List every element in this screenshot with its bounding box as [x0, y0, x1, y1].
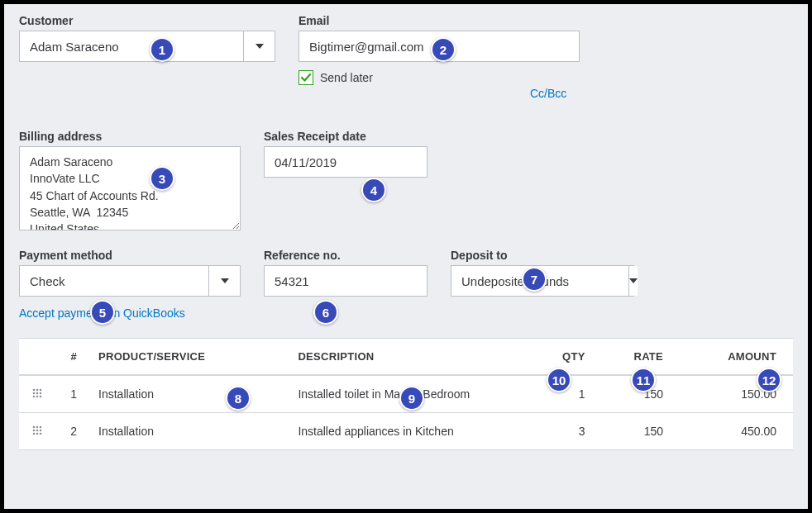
reference-no-field: Reference no.	[264, 249, 427, 297]
cc-bcc-link[interactable]: Cc/Bcc	[530, 87, 566, 100]
chevron-down-icon	[221, 278, 229, 283]
cell-amount[interactable]: 150.00	[671, 375, 793, 413]
send-later-checkbox[interactable]	[299, 70, 313, 85]
svg-point-3	[33, 392, 36, 395]
cell-description[interactable]: Installed appliances in Kitchen	[289, 413, 523, 450]
cell-rate[interactable]: 150	[594, 413, 671, 450]
line-items-table-wrap: # PRODUCT/SERVICE DESCRIPTION QTY RATE A…	[19, 338, 793, 450]
payment-method-label: Payment method	[19, 249, 241, 262]
customer-label: Customer	[19, 14, 275, 27]
sales-receipt-form: Customer Email Send later Cc/Bcc Billing…	[4, 4, 808, 509]
email-field-wrap: Email Send later	[299, 14, 580, 85]
drag-handle-icon[interactable]	[32, 425, 42, 435]
field-row-2: Billing address Adam Saraceno InnoVate L…	[19, 130, 793, 234]
cell-num: 1	[55, 375, 90, 413]
col-drag-header	[19, 339, 55, 375]
email-input[interactable]	[299, 31, 580, 62]
deposit-to-label: Deposit to	[451, 249, 634, 262]
svg-point-13	[36, 430, 39, 432]
svg-point-11	[40, 426, 42, 429]
svg-point-2	[40, 389, 42, 392]
billing-address-input[interactable]: Adam Saraceno InnoVate LLC 45 Chart of A…	[19, 146, 241, 230]
checkmark-icon	[300, 72, 312, 83]
cell-product[interactable]: Installation	[90, 375, 289, 413]
svg-point-12	[33, 430, 36, 432]
cell-rate[interactable]: 150	[594, 375, 671, 413]
col-product-header: PRODUCT/SERVICE	[90, 339, 289, 375]
receipt-date-field: Sales Receipt date	[264, 130, 427, 234]
billing-address-field: Billing address Adam Saraceno InnoVate L…	[19, 130, 241, 234]
payment-method-combo[interactable]	[19, 265, 241, 297]
send-later-label: Send later	[320, 71, 373, 84]
customer-combo[interactable]	[19, 31, 275, 62]
payment-method-field: Payment method	[19, 249, 241, 297]
reference-no-input[interactable]	[264, 265, 427, 297]
col-qty-header: QTY	[524, 339, 594, 375]
payment-method-dropdown-button[interactable]	[208, 266, 240, 296]
cell-qty[interactable]: 1	[524, 375, 594, 413]
field-row-3: Payment method Reference no. Deposit to	[19, 249, 793, 297]
svg-point-10	[36, 426, 39, 429]
customer-input[interactable]	[20, 31, 243, 61]
svg-point-14	[40, 430, 42, 432]
receipt-date-label: Sales Receipt date	[264, 130, 427, 143]
col-num-header: #	[55, 339, 90, 375]
svg-point-15	[33, 433, 36, 435]
svg-point-1	[36, 389, 39, 392]
billing-address-label: Billing address	[19, 130, 241, 143]
svg-point-7	[36, 396, 39, 398]
send-later-row: Send later	[299, 70, 580, 85]
svg-point-5	[40, 392, 42, 395]
field-row-1: Customer Email Send later	[19, 14, 793, 85]
table-row[interactable]: 2 Installation Installed appliances in K…	[19, 413, 793, 450]
table-row[interactable]: 1 Installation Installed toilet in Maste…	[19, 375, 793, 413]
chevron-down-icon	[629, 278, 638, 283]
svg-point-8	[40, 396, 42, 398]
accept-payments-link[interactable]: Accept payments in QuickBooks	[19, 306, 793, 320]
receipt-date-input[interactable]	[264, 146, 427, 178]
svg-point-0	[33, 389, 36, 392]
col-amount-header: AMOUNT	[671, 339, 793, 375]
email-label: Email	[299, 14, 580, 27]
cell-num: 2	[55, 413, 90, 450]
line-items-table: # PRODUCT/SERVICE DESCRIPTION QTY RATE A…	[19, 339, 793, 450]
reference-no-label: Reference no.	[264, 249, 427, 262]
table-header-row: # PRODUCT/SERVICE DESCRIPTION QTY RATE A…	[19, 339, 793, 375]
customer-field: Customer	[19, 14, 275, 85]
svg-point-16	[36, 433, 39, 435]
chevron-down-icon	[256, 44, 264, 49]
cell-amount[interactable]: 450.00	[671, 413, 793, 450]
cell-product[interactable]: Installation	[90, 413, 289, 450]
col-rate-header: RATE	[594, 339, 671, 375]
svg-point-4	[36, 392, 39, 395]
cell-description[interactable]: Installed toilet in Master Bedroom	[289, 375, 523, 413]
deposit-to-field: Deposit to	[451, 249, 634, 297]
cell-qty[interactable]: 3	[524, 413, 594, 450]
customer-dropdown-button[interactable]	[243, 31, 275, 61]
deposit-to-input[interactable]	[451, 266, 628, 296]
payment-method-input[interactable]	[20, 266, 208, 296]
drag-handle-icon[interactable]	[32, 388, 42, 398]
col-description-header: DESCRIPTION	[289, 339, 523, 375]
deposit-to-combo[interactable]	[451, 265, 634, 297]
svg-point-6	[33, 396, 36, 398]
svg-point-17	[40, 433, 42, 435]
svg-point-9	[33, 426, 36, 429]
deposit-to-dropdown-button[interactable]	[628, 266, 638, 296]
